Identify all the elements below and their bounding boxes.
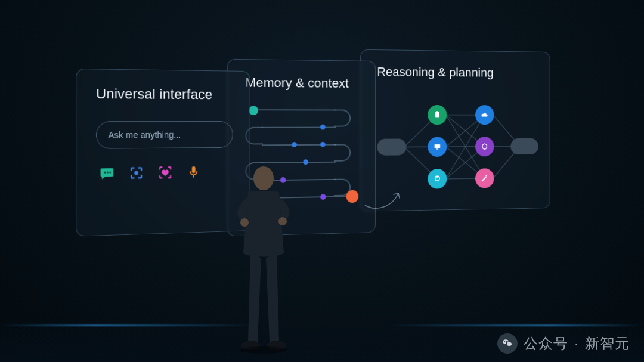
- stage-edge-light: [0, 324, 644, 326]
- input-pill: [377, 139, 406, 156]
- ask-placeholder: Ask me anything...: [109, 130, 181, 140]
- reasoning-network-graphic: [377, 91, 535, 203]
- node-cloud-icon: [475, 105, 494, 125]
- node-cube-icon: [475, 137, 494, 156]
- watermark-label: 公众号: [524, 334, 568, 353]
- svg-rect-21: [435, 144, 441, 148]
- svg-point-26: [278, 217, 287, 225]
- ask-input-pill: Ask me anything...: [96, 121, 233, 149]
- memory-dot: [320, 194, 326, 200]
- svg-rect-20: [436, 111, 439, 112]
- watermark-sep: ·: [574, 335, 579, 352]
- heart-brackets-icon: [157, 165, 173, 181]
- watermark: 公众号 · 新智元: [497, 333, 630, 354]
- svg-point-3: [134, 171, 138, 175]
- output-pill: [510, 138, 538, 155]
- svg-rect-22: [436, 148, 439, 149]
- node-monitor-icon: [428, 137, 447, 157]
- microphone-icon: [185, 164, 202, 180]
- chat-bubble-icon: [98, 165, 115, 182]
- panel2-title: Memory & context: [245, 75, 358, 91]
- slide-panels-group: Universal interface Ask me anything... M…: [0, 0, 644, 298]
- panel-reasoning-planning: Reasoning & planning: [360, 49, 550, 212]
- modality-icon-row: [96, 163, 232, 181]
- presenter-figure: [224, 163, 302, 354]
- panel1-title: Universal interface: [96, 86, 232, 103]
- node-clipboard-icon: [428, 105, 447, 125]
- wechat-icon: [497, 333, 518, 354]
- memory-dot: [346, 190, 359, 203]
- scan-frame-icon: [128, 165, 145, 181]
- panel3-title: Reasoning & planning: [377, 64, 534, 80]
- svg-point-25: [240, 218, 249, 227]
- memory-dot: [320, 142, 326, 147]
- svg-point-29: [240, 346, 287, 354]
- watermark-name: 新智元: [585, 334, 630, 353]
- memory-dot: [292, 142, 297, 147]
- svg-point-24: [253, 166, 274, 190]
- memory-dot: [320, 125, 326, 130]
- svg-rect-19: [435, 112, 439, 118]
- svg-point-23: [435, 176, 439, 178]
- memory-dot: [303, 159, 308, 165]
